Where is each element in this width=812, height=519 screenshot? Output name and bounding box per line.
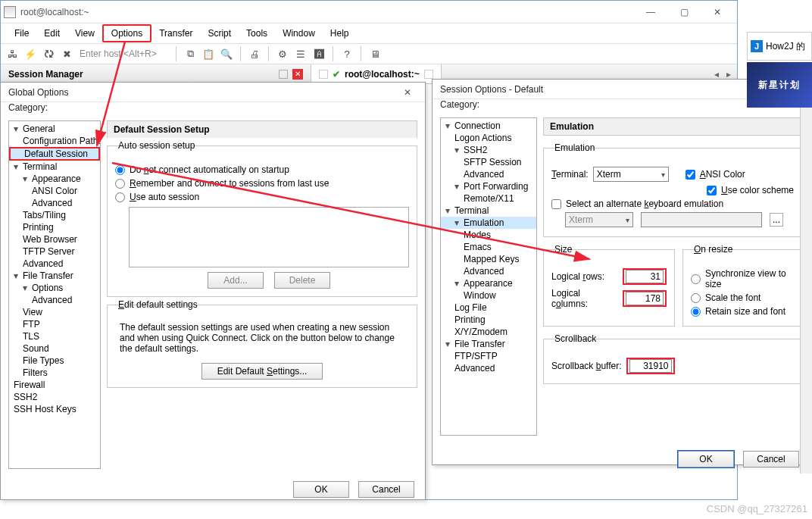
tree-config-paths[interactable]: Configuration Paths: [9, 135, 100, 147]
tree-port-forwarding[interactable]: ▾Port Forwarding: [441, 180, 536, 192]
tab-new-icon[interactable]: [319, 70, 328, 79]
radio-no-connect[interactable]: [115, 165, 125, 175]
disconnect-icon[interactable]: ✖: [60, 47, 73, 61]
tree-web[interactable]: Web Browser: [9, 233, 100, 245]
tree-advanced[interactable]: Advanced: [9, 197, 100, 209]
ansi-color-checkbox[interactable]: [686, 170, 695, 180]
tree-window[interactable]: Window: [441, 289, 536, 302]
radio-use-auto[interactable]: [115, 192, 125, 202]
scrollbar[interactable]: [800, 108, 812, 474]
tree-emulation[interactable]: ▾Emulation: [441, 217, 536, 229]
cancel-button[interactable]: Cancel: [743, 451, 799, 467]
tree-remote-x11[interactable]: Remote/X11: [441, 192, 536, 205]
tree-ssh2[interactable]: ▾SSH2: [441, 144, 536, 156]
cols-input[interactable]: [626, 292, 664, 305]
scrollback-input[interactable]: [629, 359, 672, 373]
tree-advanced[interactable]: Advanced: [441, 168, 536, 180]
maximize-button[interactable]: ▢: [667, 2, 701, 23]
menu-help[interactable]: Help: [323, 26, 357, 41]
settings-icon[interactable]: ⚙: [276, 47, 289, 61]
tree-general[interactable]: ▾General: [9, 123, 100, 135]
tree-ssh2[interactable]: SSH2: [9, 391, 100, 403]
menu-file[interactable]: File: [7, 26, 36, 41]
menu-transfer[interactable]: Transfer: [151, 26, 200, 41]
connect-icon[interactable]: 🖧: [5, 47, 19, 61]
category-tree[interactable]: ▾General Configuration Paths Default Ses…: [8, 120, 101, 469]
tree-printing[interactable]: Printing: [441, 314, 536, 326]
menu-view[interactable]: View: [67, 26, 102, 41]
tree-appearance[interactable]: ▾Appearance: [9, 173, 100, 185]
tree-ansi-color[interactable]: ANSI Color: [9, 185, 100, 197]
tree-xyzmodem[interactable]: X/Y/Zmodem: [441, 326, 536, 338]
scroll-right-icon[interactable]: ▸: [726, 69, 731, 80]
tree-logon[interactable]: Logon Actions: [441, 132, 536, 144]
host-input[interactable]: Enter host <Alt+R>: [78, 48, 169, 59]
tab-root[interactable]: ✔ root@localhost:~: [311, 64, 442, 83]
tree-file-transfer[interactable]: ▾File Transfer: [441, 338, 536, 350]
tree-ssh-host-keys[interactable]: SSH Host Keys: [9, 403, 100, 415]
auto-session-list[interactable]: [129, 207, 409, 267]
tree-options[interactable]: ▾Options: [9, 282, 100, 294]
pin-icon[interactable]: [279, 70, 288, 79]
tree-advanced[interactable]: Advanced: [9, 258, 100, 270]
tab-dropdown-icon[interactable]: [424, 70, 433, 79]
menu-edit[interactable]: Edit: [36, 26, 67, 41]
tree-firewall[interactable]: Firewall: [9, 379, 100, 391]
tree-sound[interactable]: Sound: [9, 342, 100, 355]
tree-mapped-keys[interactable]: Mapped Keys: [441, 253, 536, 265]
radio-sync[interactable]: [691, 274, 701, 284]
tree-modes[interactable]: Modes: [441, 229, 536, 241]
alt-keyboard-checkbox[interactable]: [551, 199, 561, 209]
browser-tab[interactable]: J How2J 的: [747, 32, 812, 61]
terminal-icon[interactable]: 🖥: [368, 47, 382, 61]
tree-ftp-sftp[interactable]: FTP/SFTP: [441, 350, 536, 362]
tree-file-types[interactable]: File Types: [9, 355, 100, 367]
tab-session-manager[interactable]: Session Manager ✕: [1, 64, 311, 83]
tree-terminal[interactable]: ▾Terminal: [9, 161, 100, 173]
ok-button[interactable]: OK: [678, 451, 734, 467]
tree-advanced[interactable]: Advanced: [9, 294, 100, 306]
tree-tabs[interactable]: Tabs/Tiling: [9, 209, 100, 221]
edit-default-settings-button[interactable]: Edit Default Settings...: [201, 363, 323, 380]
tree-appearance[interactable]: ▾Appearance: [441, 277, 536, 289]
session-options-icon[interactable]: ☰: [294, 47, 308, 61]
quick-connect-icon[interactable]: ⚡: [23, 47, 37, 61]
menu-tools[interactable]: Tools: [239, 26, 275, 41]
tree-advanced[interactable]: Advanced: [441, 362, 536, 374]
browse-button[interactable]: ...: [770, 213, 783, 227]
minimize-button[interactable]: —: [634, 2, 667, 23]
delete-button[interactable]: Delete: [274, 272, 330, 289]
tree-emacs[interactable]: Emacs: [441, 241, 536, 253]
tree-terminal[interactable]: ▾Terminal: [441, 205, 536, 217]
rows-input[interactable]: [626, 270, 664, 283]
tree-log-file[interactable]: Log File: [441, 302, 536, 314]
add-button[interactable]: Add...: [208, 272, 264, 289]
scroll-left-icon[interactable]: ◂: [714, 69, 719, 80]
dialog-close-icon[interactable]: ✕: [398, 87, 417, 98]
tree-file-transfer[interactable]: ▾File Transfer: [9, 270, 100, 282]
close-button[interactable]: ✕: [701, 2, 734, 23]
font-icon[interactable]: 🅰: [312, 47, 326, 61]
tab-close-icon[interactable]: ✕: [292, 69, 303, 80]
tree-sftp-session[interactable]: SFTP Session: [441, 156, 536, 168]
find-icon[interactable]: 🔍: [220, 47, 233, 61]
reconnect-icon[interactable]: 🗘: [42, 47, 55, 61]
ok-button[interactable]: OK: [293, 481, 349, 498]
tree-view[interactable]: View: [9, 306, 100, 318]
help-icon[interactable]: ?: [340, 47, 354, 61]
menu-window[interactable]: Window: [275, 26, 323, 41]
copy-icon[interactable]: ⧉: [183, 47, 197, 61]
terminal-combo[interactable]: Xterm▾: [593, 167, 669, 182]
tree-tls[interactable]: TLS: [9, 330, 100, 342]
color-scheme-checkbox[interactable]: [707, 186, 717, 195]
tree-printing[interactable]: Printing: [9, 221, 100, 233]
paste-icon[interactable]: 📋: [201, 47, 215, 61]
radio-remember[interactable]: [115, 179, 125, 189]
tree-advanced[interactable]: Advanced: [441, 265, 536, 277]
tree-filters[interactable]: Filters: [9, 367, 100, 379]
tree-tftp[interactable]: TFTP Server: [9, 245, 100, 258]
print-icon[interactable]: 🖨: [248, 47, 261, 61]
tree-ftp[interactable]: FTP: [9, 318, 100, 330]
menu-script[interactable]: Script: [200, 26, 239, 41]
menu-options[interactable]: Options: [102, 24, 151, 42]
